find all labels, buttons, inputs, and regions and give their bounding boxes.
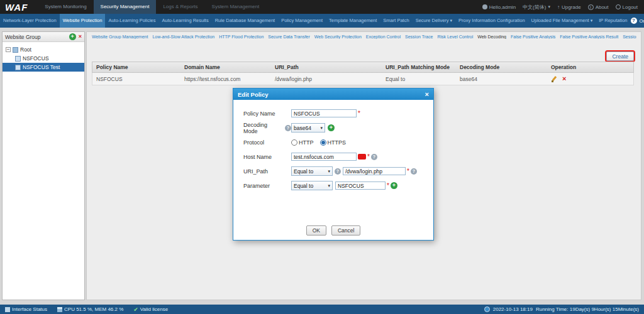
interface-status[interactable]: Interface Status — [5, 306, 47, 312]
protocol-https-option[interactable]: HTTPS — [320, 139, 347, 146]
collapse-icon[interactable]: − — [6, 47, 11, 52]
top-header-bar: WAF System Monitoring Security Managemen… — [0, 0, 644, 14]
chevron-down-icon: ▾ — [320, 126, 323, 131]
nav-auto-learning-results[interactable]: Auto-Learning Results — [158, 14, 211, 28]
close-icon[interactable]: × — [425, 90, 429, 98]
nav-website-protection[interactable]: Website Protection — [60, 14, 106, 28]
protocol-http-option[interactable]: HTTP — [291, 139, 314, 146]
status-datetime: 2022-10-13 18:19 — [493, 306, 533, 312]
chevron-down-icon: ▾ — [328, 183, 330, 188]
feature-tabs: Website Group Management Low-and-Slow At… — [92, 35, 636, 39]
ok-button[interactable]: OK — [306, 225, 326, 236]
table-header-row: Policy Name Domain Name URI_Path URI_Pat… — [92, 62, 634, 73]
tab-secure-data-transfer[interactable]: Secure Data Transfer — [268, 35, 310, 39]
tab-low-and-slow-attack-protection[interactable]: Low-and-Slow Attack Protection — [152, 35, 214, 39]
uri-path-mode-select[interactable]: Equal to ▾ — [291, 166, 333, 176]
add-decoding-mode-icon[interactable]: + — [328, 124, 335, 131]
tab-web-security-protection[interactable]: Web Security Protection — [314, 35, 362, 39]
nav-policy-management[interactable]: Policy Management — [278, 14, 326, 28]
protocol-http-label: HTTP — [299, 139, 314, 146]
policy-name-label: Policy Name — [243, 111, 275, 117]
col-operation: Operation — [547, 64, 633, 70]
tree-item-label: NSFOCUS Test — [23, 64, 60, 70]
col-uri-path: URI_Path — [271, 64, 382, 70]
user-menu[interactable]: Hello,admin — [482, 4, 516, 10]
tree-item-root[interactable]: − Root — [3, 45, 84, 54]
nav-smart-patch[interactable]: Smart Patch — [380, 14, 412, 28]
host-name-marker — [358, 154, 366, 160]
tab-session-block[interactable]: Session Block — [623, 35, 636, 39]
tree-item-nsfocus[interactable]: NSFOCUS — [3, 54, 84, 63]
nav-network-layer-protection[interactable]: Network-Layer Protection — [0, 14, 60, 28]
nav-secure-delivery-label: Secure Delivery — [416, 14, 449, 28]
host-name-input[interactable] — [291, 153, 357, 161]
license-label: Valid license — [140, 306, 168, 312]
add-parameter-icon[interactable]: + — [391, 182, 397, 189]
tab-risk-level-control[interactable]: Risk Level Control — [437, 35, 473, 39]
group-node-icon — [15, 56, 21, 62]
nav-proxy-information-configuration[interactable]: Proxy Information Configuration — [455, 14, 528, 28]
chevron-down-icon: ▾ — [450, 14, 453, 28]
decoding-mode-select[interactable]: base64 ▾ — [291, 123, 325, 133]
top-menu-security-management[interactable]: Security Management — [94, 0, 157, 14]
tab-exception-control[interactable]: Exception Control — [366, 35, 401, 39]
tab-web-decoding[interactable]: Web Decoding — [477, 35, 506, 39]
top-header-right: Hello,admin 中文(简体) ▾ ↑ Upgrade i About L… — [482, 4, 644, 11]
uri-path-input[interactable] — [343, 167, 406, 175]
power-icon — [616, 4, 621, 9]
about-button[interactable]: i About — [588, 4, 609, 10]
parameter-input[interactable] — [335, 181, 386, 190]
tab-false-positive-analysis-result[interactable]: False Positive Analysis Result — [560, 35, 618, 39]
nav-ip-reputation[interactable]: IP Reputation — [596, 14, 630, 28]
user-name: Hello,admin — [489, 4, 516, 10]
delete-group-icon[interactable]: × — [79, 34, 82, 40]
nav-uploaded-file-management[interactable]: Uploaded File Management ▾ — [528, 14, 596, 28]
tab-http-flood-protection[interactable]: HTTP Flood Protection — [219, 35, 264, 39]
nav-template-management[interactable]: Template Management — [326, 14, 380, 28]
table-row: NSFOCUS https://test.nsfocus.com /dvwa/l… — [92, 73, 634, 85]
decoding-mode-value: base64 — [294, 125, 311, 131]
col-uri-path-matching-mode: URI_Path Matching Mode — [382, 64, 456, 70]
protocol-http-radio[interactable] — [291, 139, 297, 146]
host-name-row: Host Name * ? — [243, 149, 423, 164]
help-icon[interactable]: ? — [411, 168, 417, 175]
logout-button[interactable]: Logout — [616, 4, 638, 10]
online-help-button[interactable]: ? Online Help — [631, 18, 644, 24]
upgrade-button[interactable]: ↑ Upgrade — [557, 4, 581, 10]
parameter-mode-select[interactable]: Equal to ▾ — [291, 181, 333, 190]
system-time-status: 2022-10-13 18:19 Running Time: 19Day(s) … — [484, 306, 639, 312]
nav-auto-learning-policies[interactable]: Auto-Learning Policies — [105, 14, 158, 28]
language-select[interactable]: 中文(简体) ▾ — [523, 4, 550, 11]
tree-item-nsfocus-test[interactable]: NSFOCUS Test — [3, 63, 84, 72]
cpu-mem-label: CPU 51.5 %, MEM 46.2 % — [64, 306, 123, 312]
help-icon[interactable]: ? — [371, 154, 377, 160]
group-node-icon — [15, 65, 21, 70]
edit-icon[interactable] — [551, 75, 558, 82]
top-menu-system-monitoring[interactable]: System Monitoring — [38, 0, 93, 14]
top-menu-system-management[interactable]: System Management — [205, 0, 267, 14]
chevron-down-icon: ▾ — [591, 14, 593, 28]
protocol-https-radio[interactable] — [320, 139, 326, 146]
cell-matching-mode: Equal to — [382, 76, 456, 82]
required-asterisk: * — [387, 182, 389, 189]
top-menu-logs-reports[interactable]: Logs & Reports — [156, 0, 204, 14]
nav-rule-database-management[interactable]: Rule Database Management — [212, 14, 278, 28]
clock-icon — [484, 306, 490, 312]
cancel-button[interactable]: Cancel — [331, 225, 360, 236]
help-icon[interactable]: ? — [335, 168, 341, 175]
tab-website-group-management[interactable]: Website Group Management — [92, 35, 148, 39]
tab-session-trace[interactable]: Session Trace — [405, 35, 433, 39]
tab-false-positive-analysis[interactable]: False Positive Analysis — [511, 35, 555, 39]
website-group-panel: Website Group + × − Root NSFOCUS NSFOCUS… — [2, 31, 85, 300]
policy-name-row: Policy Name * — [243, 106, 423, 121]
chevron-down-icon: ▾ — [328, 169, 330, 174]
add-group-icon[interactable]: + — [69, 33, 76, 40]
policy-name-input[interactable] — [291, 109, 357, 117]
module-nav-bar: Network-Layer Protection Website Protect… — [0, 14, 644, 28]
upgrade-icon: ↑ — [557, 4, 560, 10]
help-icon[interactable]: ? — [285, 125, 291, 131]
create-button[interactable]: Create — [606, 51, 634, 61]
help-icon: ? — [631, 18, 637, 24]
nav-secure-delivery[interactable]: Secure Delivery ▾ — [413, 14, 455, 28]
delete-icon[interactable]: × — [562, 75, 566, 82]
